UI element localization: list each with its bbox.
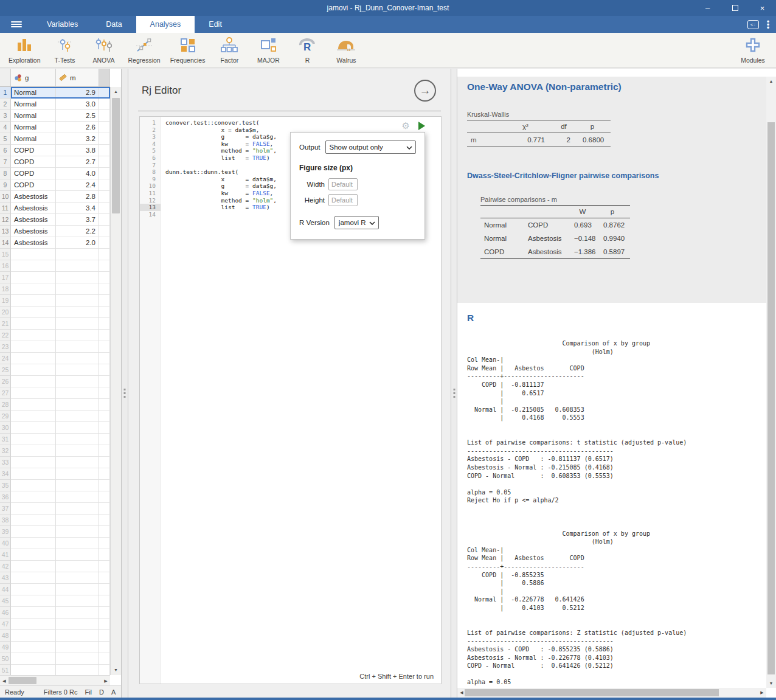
code-line-1[interactable]: 1conover.test::conover.test( bbox=[140, 119, 441, 126]
minimize-button[interactable]: – bbox=[694, 0, 721, 16]
cell-m[interactable] bbox=[56, 283, 99, 295]
row-number[interactable]: 30 bbox=[0, 422, 11, 434]
cell-m[interactable] bbox=[56, 549, 99, 561]
cell-m[interactable] bbox=[56, 642, 99, 653]
cell-m[interactable]: 2.6 bbox=[56, 122, 99, 133]
grid-row-39[interactable]: 39 bbox=[0, 526, 110, 538]
grid-row-18[interactable]: 18 bbox=[0, 283, 110, 295]
tab-edit[interactable]: Edit bbox=[195, 16, 236, 33]
grid-row-48[interactable]: 48 bbox=[0, 630, 110, 642]
toolbar-item-regression[interactable]: Regression bbox=[126, 37, 163, 64]
scroll-right-icon[interactable]: ▶ bbox=[102, 676, 110, 686]
cell-g[interactable] bbox=[11, 283, 56, 295]
cell-m[interactable] bbox=[56, 457, 99, 468]
row-number[interactable]: 9 bbox=[0, 179, 11, 191]
row-number[interactable]: 15 bbox=[0, 249, 11, 260]
cell-empty[interactable] bbox=[99, 572, 110, 584]
grid-row-14[interactable]: 14Asbestosis2.0 bbox=[0, 237, 110, 249]
grid-row-47[interactable]: 47 bbox=[0, 619, 110, 630]
cell-empty[interactable] bbox=[99, 99, 110, 110]
cell-m[interactable] bbox=[56, 595, 99, 607]
grid-row-45[interactable]: 45 bbox=[0, 595, 110, 607]
cell-empty[interactable] bbox=[99, 203, 110, 214]
grid-row-34[interactable]: 34 bbox=[0, 468, 110, 480]
row-number[interactable]: 2 bbox=[0, 99, 11, 110]
splitter-editor-results[interactable] bbox=[451, 69, 457, 698]
cell-g[interactable] bbox=[11, 665, 56, 675]
cell-m[interactable]: 3.4 bbox=[56, 203, 99, 214]
syntax-panel-toggle-icon[interactable]: <: bbox=[747, 20, 759, 29]
grid-row-2[interactable]: 2Normal3.0 bbox=[0, 99, 110, 110]
row-number[interactable]: 51 bbox=[0, 665, 11, 675]
close-button[interactable]: × bbox=[749, 0, 776, 16]
grid-row-29[interactable]: 29 bbox=[0, 411, 110, 422]
cell-g[interactable]: Asbestosis bbox=[11, 203, 56, 214]
scroll-left-icon[interactable]: ◀ bbox=[0, 676, 9, 686]
cell-empty[interactable] bbox=[99, 399, 110, 411]
row-number[interactable]: 39 bbox=[0, 526, 11, 538]
cell-g[interactable] bbox=[11, 376, 56, 387]
cell-g[interactable]: COPD bbox=[11, 156, 56, 168]
grid-horizontal-scrollbar[interactable]: ◀ ▶ bbox=[0, 675, 110, 685]
cell-m[interactable] bbox=[56, 561, 99, 572]
cell-m[interactable]: 2.4 bbox=[56, 179, 99, 191]
row-number[interactable]: 23 bbox=[0, 341, 11, 353]
row-number[interactable]: 36 bbox=[0, 491, 11, 503]
cell-empty[interactable] bbox=[99, 387, 110, 399]
cell-empty[interactable] bbox=[99, 607, 110, 619]
grid-row-44[interactable]: 44 bbox=[0, 584, 110, 595]
cell-g[interactable]: Normal bbox=[11, 133, 56, 145]
cell-g[interactable] bbox=[11, 445, 56, 457]
cell-g[interactable] bbox=[11, 318, 56, 330]
grid-vscroll-thumb[interactable] bbox=[112, 98, 120, 213]
cell-m[interactable] bbox=[56, 307, 99, 318]
cell-empty[interactable] bbox=[99, 191, 110, 203]
grid-row-17[interactable]: 17 bbox=[0, 272, 110, 283]
grid-row-42[interactable]: 42 bbox=[0, 561, 110, 572]
row-number[interactable]: 46 bbox=[0, 607, 11, 619]
grid-row-43[interactable]: 43 bbox=[0, 572, 110, 584]
results-vscroll-thumb[interactable] bbox=[767, 122, 775, 674]
row-number[interactable]: 10 bbox=[0, 191, 11, 203]
tab-data[interactable]: Data bbox=[92, 16, 136, 33]
scroll-down-icon[interactable]: ▼ bbox=[111, 665, 121, 675]
cell-m[interactable] bbox=[56, 538, 99, 549]
cell-empty[interactable] bbox=[99, 445, 110, 457]
cell-g[interactable] bbox=[11, 260, 56, 272]
cell-m[interactable] bbox=[56, 353, 99, 364]
grid-row-33[interactable]: 33 bbox=[0, 457, 110, 468]
row-number[interactable]: 37 bbox=[0, 503, 11, 515]
cell-m[interactable] bbox=[56, 503, 99, 515]
cell-g[interactable] bbox=[11, 549, 56, 561]
cell-m[interactable] bbox=[56, 341, 99, 353]
row-number[interactable]: 18 bbox=[0, 283, 11, 295]
row-number[interactable]: 44 bbox=[0, 584, 11, 595]
cell-m[interactable] bbox=[56, 665, 99, 675]
cell-empty[interactable] bbox=[99, 353, 110, 364]
grid-row-35[interactable]: 35 bbox=[0, 480, 110, 491]
cell-empty[interactable] bbox=[99, 295, 110, 307]
grid-row-15[interactable]: 15 bbox=[0, 249, 110, 260]
row-number[interactable]: 50 bbox=[0, 653, 11, 665]
cell-g[interactable] bbox=[11, 307, 56, 318]
results-hscroll-thumb[interactable] bbox=[465, 689, 719, 696]
grid-row-4[interactable]: 4Normal2.6 bbox=[0, 122, 110, 133]
row-number[interactable]: 41 bbox=[0, 549, 11, 561]
cell-m[interactable] bbox=[56, 572, 99, 584]
toolbar-item-r[interactable]: RR bbox=[290, 37, 324, 64]
scroll-up-icon[interactable]: ▲ bbox=[766, 77, 776, 86]
cell-m[interactable] bbox=[56, 515, 99, 526]
cell-g[interactable] bbox=[11, 653, 56, 665]
grid-row-28[interactable]: 28 bbox=[0, 399, 110, 411]
row-number[interactable]: 16 bbox=[0, 260, 11, 272]
grid-row-46[interactable]: 46 bbox=[0, 607, 110, 619]
cell-empty[interactable] bbox=[99, 226, 110, 237]
run-play-icon[interactable] bbox=[418, 122, 425, 130]
cell-g[interactable] bbox=[11, 515, 56, 526]
row-number[interactable]: 33 bbox=[0, 457, 11, 468]
gear-icon[interactable]: ⚙ bbox=[402, 120, 410, 131]
cell-g[interactable] bbox=[11, 480, 56, 491]
cell-g[interactable] bbox=[11, 468, 56, 480]
cell-m[interactable] bbox=[56, 491, 99, 503]
anova-results-block[interactable]: One-Way ANOVA (Non-parametric) Kruskal-W… bbox=[457, 77, 766, 303]
